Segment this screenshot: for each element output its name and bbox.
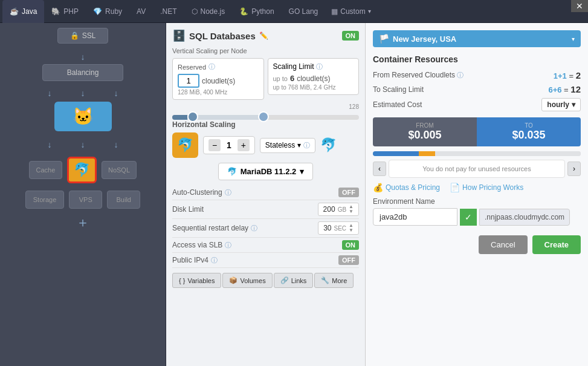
tab-nodejs[interactable]: ⬡ Node.js bbox=[184, 0, 233, 23]
tab-golang[interactable]: GO Lang bbox=[282, 0, 326, 23]
scaling-limit-info-icon[interactable]: ⓘ bbox=[316, 63, 323, 70]
tab-php[interactable]: 🐘 PHP bbox=[44, 0, 86, 23]
prev-button[interactable]: ‹ bbox=[373, 162, 386, 176]
nosql-button[interactable]: NoSQL bbox=[102, 161, 137, 179]
next-button[interactable]: › bbox=[567, 162, 581, 176]
stateless-chevron-icon: ▾ bbox=[297, 141, 301, 149]
cancel-button[interactable]: Cancel bbox=[479, 235, 527, 254]
database-icon: 🗄️ bbox=[172, 29, 186, 42]
links-button[interactable]: 🔗 Links bbox=[274, 273, 314, 288]
limit-val: 6 bbox=[290, 74, 294, 83]
seq-restart-info-icon[interactable]: ⓘ bbox=[251, 224, 257, 233]
cost-slider-empty bbox=[435, 151, 581, 156]
db-arrow-left: ↓ bbox=[48, 140, 52, 149]
region-chevron-icon[interactable]: ▾ bbox=[572, 36, 575, 42]
slb-info-icon[interactable]: ⓘ bbox=[225, 241, 231, 250]
storage-button[interactable]: Storage bbox=[25, 191, 65, 209]
cost-slider[interactable] bbox=[373, 151, 581, 156]
slider-max-label: 128 bbox=[349, 103, 359, 110]
cost-slider-fill-blue bbox=[373, 151, 419, 156]
disk-limit-value[interactable]: 200 GB ▲ ▼ bbox=[318, 203, 359, 216]
to-scaling-label: To Scaling Limit bbox=[373, 85, 424, 94]
variables-icon: { } bbox=[179, 277, 185, 284]
tab-ruby[interactable]: 💎 Ruby bbox=[86, 0, 129, 23]
window-close-button[interactable]: ✕ bbox=[571, 0, 588, 12]
auto-clustering-info-icon[interactable]: ⓘ bbox=[225, 188, 231, 197]
from-cloudlets-info-icon[interactable]: ⓘ bbox=[457, 71, 464, 79]
custom-grid-icon: ▦ bbox=[331, 7, 338, 16]
container-resources-title: Container Resources bbox=[373, 54, 581, 64]
variables-button[interactable]: { } Variables bbox=[172, 273, 221, 288]
volumes-button[interactable]: 📦 Volumes bbox=[222, 273, 272, 288]
scaling-limit-box: Scaling Limit ⓘ up to 6 cloudlet(s) up t… bbox=[268, 58, 360, 95]
env-domain-label: .nnjpaas.cloudmydc.com bbox=[479, 209, 570, 226]
reserved-cloudlets-label: cloudlet(s) bbox=[202, 77, 235, 85]
tab-python[interactable]: 🐍 Python bbox=[232, 0, 281, 23]
slb-row: Access via SLB ⓘ ON bbox=[172, 238, 359, 253]
vps-button[interactable]: VPS bbox=[69, 191, 102, 209]
stateless-select[interactable]: Stateless ▾ ⓘ bbox=[260, 138, 315, 153]
power-toggle[interactable]: ON bbox=[342, 31, 360, 41]
cost-from-box: FROM $0.005 bbox=[373, 117, 477, 146]
bottom-nodes-row: Storage VPS Build bbox=[25, 191, 141, 209]
create-button[interactable]: Create bbox=[532, 235, 581, 254]
cache-button[interactable]: Cache bbox=[29, 161, 62, 179]
edit-icon[interactable]: ✏️ bbox=[259, 31, 268, 40]
selected-db-node[interactable]: 🐬 bbox=[67, 157, 97, 183]
cost-slider-fill-yellow bbox=[419, 151, 436, 156]
reserved-info-icon[interactable]: ⓘ bbox=[208, 62, 215, 71]
tab-java[interactable]: ☕ Java bbox=[2, 0, 44, 23]
limit-sub-label: up to 768 MiB, 2.4 GHz bbox=[273, 84, 354, 91]
arrow-center-icon: ↓ bbox=[81, 88, 85, 98]
app-node[interactable]: 🐱 bbox=[54, 102, 112, 131]
auto-clustering-toggle[interactable]: OFF bbox=[338, 188, 359, 197]
from-cloudlets-row: From Reserved Cloudlets ⓘ 1+1 = 2 bbox=[373, 70, 581, 80]
stateless-info-icon[interactable]: ⓘ bbox=[303, 141, 310, 150]
slb-toggle[interactable]: ON bbox=[342, 240, 360, 250]
tab-custom[interactable]: ▦ Custom ▾ bbox=[325, 4, 376, 19]
ssl-button[interactable]: 🔒 SSL bbox=[57, 28, 109, 44]
flag-icon: 🏳️ bbox=[379, 34, 389, 44]
python-icon: 🐍 bbox=[239, 7, 248, 16]
seq-arrows[interactable]: ▲ ▼ bbox=[349, 223, 354, 233]
ipv4-toggle[interactable]: OFF bbox=[338, 255, 359, 265]
mariadb-icon: 🐬 bbox=[74, 162, 90, 178]
node-stepper[interactable]: − 1 + bbox=[203, 136, 255, 154]
links-icon: 🔗 bbox=[280, 276, 289, 284]
ipv4-row: Public IPv4 ⓘ OFF bbox=[172, 253, 359, 268]
hourly-button[interactable]: hourly ▾ bbox=[541, 98, 581, 111]
balancing-button[interactable]: Balancing bbox=[42, 64, 124, 81]
more-button[interactable]: 🔧 More bbox=[314, 273, 354, 288]
hourly-chevron-icon: ▾ bbox=[572, 100, 575, 109]
bottom-toolbar: { } Variables 📦 Volumes 🔗 Links 🔧 More bbox=[172, 273, 359, 288]
ipv4-info-icon[interactable]: ⓘ bbox=[211, 256, 218, 265]
cost-to-label: TO bbox=[486, 122, 571, 129]
php-icon: 🐘 bbox=[51, 7, 60, 16]
seq-unit: SEC bbox=[334, 225, 347, 232]
db-version-button[interactable]: 🐬 MariaDB 11.2.2 ▾ bbox=[218, 163, 314, 180]
quotas-icon: 💰 bbox=[373, 183, 383, 192]
ruby-icon: 💎 bbox=[93, 7, 102, 16]
how-pricing-link[interactable]: 📄 How Pricing Works bbox=[450, 183, 523, 192]
quotas-pricing-link[interactable]: 💰 Quotas & Pricing bbox=[373, 183, 440, 192]
stepper-plus-button[interactable]: + bbox=[237, 139, 250, 151]
stepper-value: 1 bbox=[223, 140, 235, 150]
slider-track-area[interactable] bbox=[172, 111, 359, 123]
seq-down-arrow[interactable]: ▼ bbox=[349, 228, 354, 233]
env-name-input[interactable] bbox=[373, 208, 457, 226]
add-node-button[interactable]: ＋ bbox=[76, 214, 89, 232]
region-header[interactable]: 🏳️ New Jersey, USA ▾ bbox=[373, 30, 581, 47]
build-button[interactable]: Build bbox=[107, 191, 140, 209]
reserved-input[interactable] bbox=[178, 74, 199, 88]
estimated-cost-label: Estimated Cost bbox=[373, 100, 422, 109]
tab-net[interactable]: .NET bbox=[153, 0, 184, 23]
auto-clustering-row: Auto-Clustering ⓘ OFF bbox=[172, 185, 359, 200]
tab-av[interactable]: AV bbox=[129, 0, 153, 23]
stepper-minus-button[interactable]: − bbox=[208, 139, 221, 151]
limit-row: up to 6 cloudlet(s) bbox=[273, 74, 354, 83]
seq-restart-value[interactable]: 30 SEC ▲ ▼ bbox=[318, 221, 359, 235]
scaling-limit-label: Scaling Limit ⓘ bbox=[273, 62, 323, 71]
disk-down-arrow[interactable]: ▼ bbox=[349, 209, 354, 214]
disk-arrows[interactable]: ▲ ▼ bbox=[349, 204, 354, 214]
env-name-section: Environment Name ✓ .nnjpaas.cloudmydc.co… bbox=[373, 197, 581, 226]
